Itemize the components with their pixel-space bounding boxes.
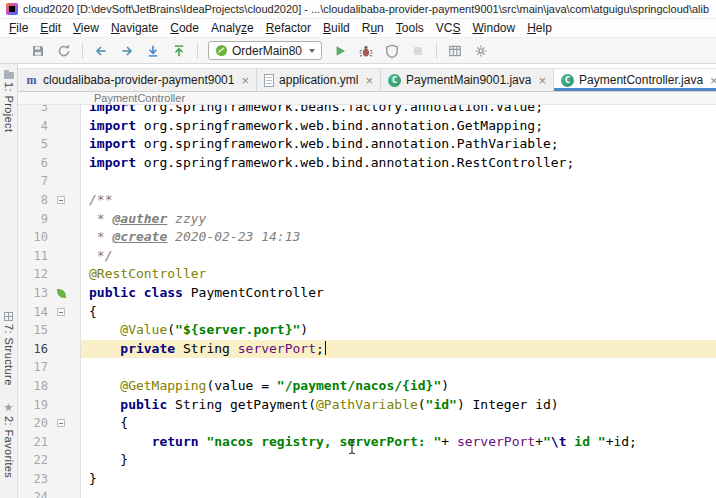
toolbar-separator <box>82 43 83 59</box>
code-text: */ <box>81 247 716 266</box>
gutter-markers <box>48 289 74 298</box>
tab-PaymentController.java[interactable]: CPaymentController.java× <box>554 69 716 91</box>
code-line-17[interactable]: 17 <box>18 358 716 377</box>
commit-button[interactable] <box>167 40 191 62</box>
save-all-button[interactable] <box>26 40 50 62</box>
code-line-15[interactable]: 15 @Value("${server.port}") <box>18 321 716 340</box>
code-line-3[interactable]: 3import org.springframework.beans.factor… <box>18 105 716 117</box>
code-line-14[interactable]: 14{ <box>18 303 716 322</box>
fold-marker-icon[interactable] <box>57 308 65 316</box>
menu-file[interactable]: File <box>3 20 34 36</box>
maven-module-icon: m <box>25 74 38 87</box>
code-text: { <box>81 414 716 433</box>
code-line-4[interactable]: 4import org.springframework.web.bind.ann… <box>18 117 716 136</box>
line-number: 20 <box>18 414 48 433</box>
code-line-16[interactable]: 16 private String serverPort; <box>18 340 716 359</box>
code-line-24[interactable]: 24 <box>18 488 716 498</box>
menu-refactor[interactable]: Refactor <box>260 20 317 36</box>
toolbar-separator <box>197 43 198 59</box>
tool-window-label: 7: Structure <box>3 324 15 386</box>
code-line-5[interactable]: 5import org.springframework.web.bind.ann… <box>18 135 716 154</box>
code-line-9[interactable]: 9 * @auther zzyy <box>18 210 716 229</box>
tab-cloudalibaba-provider-payment9001[interactable]: mcloudalibaba-provider-payment9001× <box>18 69 257 91</box>
breadcrumb-item[interactable]: PaymentController <box>94 92 185 104</box>
debug-button[interactable] <box>354 40 378 62</box>
line-number: 6 <box>18 154 48 173</box>
java-class-icon: C <box>561 74 574 87</box>
code-line-11[interactable]: 11 */ <box>18 247 716 266</box>
close-icon[interactable]: × <box>241 74 249 87</box>
close-icon[interactable]: × <box>710 74 716 87</box>
line-number: 12 <box>18 265 48 284</box>
stop-button[interactable] <box>406 40 430 62</box>
code-line-20[interactable]: 20 { <box>18 414 716 433</box>
code-line-6[interactable]: 6import org.springframework.web.bind.ann… <box>18 154 716 173</box>
tool-window-button--project[interactable]: 1: Project <box>3 69 15 132</box>
settings-gear-icon <box>473 43 489 59</box>
code-line-18[interactable]: 18 @GetMapping(value = "/payment/nacos/{… <box>18 377 716 396</box>
run-button[interactable] <box>328 40 352 62</box>
menu-build[interactable]: Build <box>317 20 356 36</box>
settings-button[interactable] <box>469 40 493 62</box>
code-line-10[interactable]: 10 * @create 2020-02-23 14:13 <box>18 228 716 247</box>
line-number: 24 <box>18 488 48 498</box>
line-number: 23 <box>18 470 48 489</box>
code-line-12[interactable]: 12@RestController <box>18 265 716 284</box>
line-number: 11 <box>18 247 48 266</box>
forward-button[interactable] <box>115 40 139 62</box>
run-configuration-select[interactable]: OrderMain80 <box>208 41 322 60</box>
gutter: 9 <box>18 210 81 229</box>
gutter: 24 <box>18 488 81 498</box>
line-number: 22 <box>18 451 48 470</box>
menu-help[interactable]: Help <box>521 20 558 36</box>
menu-code[interactable]: Code <box>164 20 205 36</box>
code-line-8[interactable]: 8/** <box>18 191 716 210</box>
tab-application.yml[interactable]: application.yml× <box>257 69 381 91</box>
close-icon[interactable]: × <box>538 74 546 87</box>
run-with-coverage-button[interactable] <box>380 40 404 62</box>
menu-tools[interactable]: Tools <box>390 20 430 36</box>
spring-bean-icon[interactable] <box>57 289 66 298</box>
yaml-file-icon <box>264 74 274 87</box>
tab-label: cloudalibaba-provider-payment9001 <box>43 73 234 87</box>
code-line-21[interactable]: 21 return "nacos registry, serverPort: "… <box>18 433 716 452</box>
tab-bar: mcloudalibaba-provider-payment9001×appli… <box>18 68 716 92</box>
menu-window[interactable]: Window <box>466 20 521 36</box>
sync-icon <box>56 43 72 59</box>
menu-view[interactable]: View <box>67 20 105 36</box>
left-stripe: 1: Project7: Structure★2: Favorites <box>0 64 18 498</box>
editor[interactable]: 3import org.springframework.beans.factor… <box>18 105 716 498</box>
stop-square-icon <box>410 43 426 59</box>
code-line-7[interactable]: 7 <box>18 172 716 191</box>
run-play-icon <box>332 43 348 59</box>
download-arrow-icon <box>145 43 161 59</box>
menu-vcs[interactable]: VCS <box>430 20 467 36</box>
sync-button[interactable] <box>52 40 76 62</box>
menu-navigate[interactable]: Navigate <box>105 20 164 36</box>
gutter: 7 <box>18 172 81 191</box>
save-icon <box>30 43 46 59</box>
code-line-19[interactable]: 19 public String getPayment(@PathVariabl… <box>18 396 716 415</box>
menu-edit[interactable]: Edit <box>34 20 67 36</box>
fold-marker-icon[interactable] <box>57 196 65 204</box>
code-line-13[interactable]: 13public class PaymentController <box>18 284 716 303</box>
close-icon[interactable]: × <box>365 74 373 87</box>
line-number: 14 <box>18 303 48 322</box>
menu-run[interactable]: Run <box>356 20 390 36</box>
fold-marker-icon[interactable] <box>57 419 65 427</box>
structure-icon <box>4 312 13 321</box>
tool-window-button--favorites[interactable]: ★2: Favorites <box>3 402 15 478</box>
spring-boot-icon <box>215 44 228 57</box>
line-number: 19 <box>18 396 48 415</box>
code-text <box>81 488 716 498</box>
update-project-button[interactable] <box>141 40 165 62</box>
project-structure-button[interactable] <box>443 40 467 62</box>
code-line-23[interactable]: 23} <box>18 470 716 489</box>
back-button[interactable] <box>89 40 113 62</box>
gutter: 8 <box>18 191 81 210</box>
menu-analyze[interactable]: Analyze <box>205 20 260 36</box>
code-line-22[interactable]: 22 } <box>18 451 716 470</box>
tool-window-button--structure[interactable]: 7: Structure <box>3 312 15 386</box>
tab-PaymentMain9001.java[interactable]: CPaymentMain9001.java× <box>381 69 554 91</box>
tool-window-label: 1: Project <box>3 82 15 132</box>
